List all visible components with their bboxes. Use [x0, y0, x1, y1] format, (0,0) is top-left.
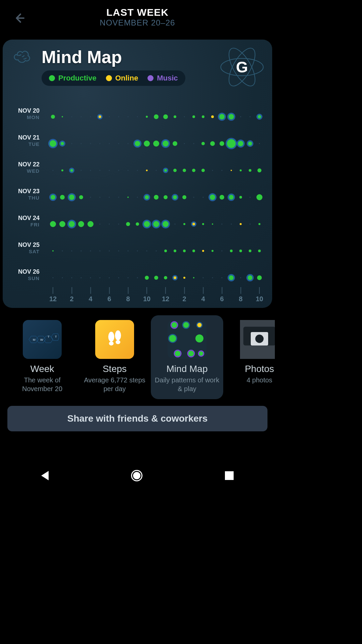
- nav-home-icon[interactable]: [131, 470, 142, 481]
- hour-dot: [184, 143, 185, 144]
- hour-dot: [137, 170, 138, 171]
- hour-dot: [212, 170, 213, 171]
- hour-dot: [109, 224, 110, 225]
- hour-dot: [240, 116, 241, 117]
- carousel-card-week[interactable]: MWTTWeekThe week of November 20: [6, 315, 78, 399]
- activity-bubble: [154, 114, 159, 119]
- hour-dot: [128, 170, 129, 171]
- activity-bubble: [144, 141, 150, 147]
- carousel[interactable]: MWTTWeekThe week of November 20StepsAver…: [0, 308, 275, 399]
- activity-bubble: [240, 169, 242, 171]
- activity-bubble: [229, 275, 234, 280]
- activity-bubble: [51, 115, 55, 119]
- carousel-card-photos[interactable]: Photos4 photos: [223, 315, 275, 399]
- row-track: [44, 130, 269, 157]
- carousel-thumb: [240, 320, 275, 359]
- share-button[interactable]: Share with friends & coworkers: [7, 406, 267, 431]
- nav-recent-icon[interactable]: [225, 471, 234, 480]
- activity-bubble: [249, 169, 251, 172]
- activity-bubble: [173, 141, 177, 146]
- activity-bubble: [220, 195, 224, 200]
- row-track: [44, 211, 269, 237]
- activity-bubble: [230, 250, 233, 252]
- x-tick: 12: [49, 287, 57, 303]
- hour-dot: [156, 170, 157, 171]
- row-dow: WED: [9, 168, 40, 174]
- activity-bubble: [183, 169, 186, 172]
- hour-dot: [118, 251, 119, 252]
- row-date: NOV 20: [9, 107, 40, 114]
- footsteps-icon: [105, 329, 125, 350]
- activity-bubble: [61, 169, 63, 171]
- activity-bubble: [146, 170, 148, 171]
- activity-bubble: [164, 276, 167, 279]
- x-tick-label: 12: [162, 295, 169, 303]
- carousel-subtitle: 4 photos: [245, 376, 274, 384]
- activity-bubble: [79, 195, 83, 199]
- row-date: NOV 23: [9, 188, 40, 195]
- hour-dot: [53, 170, 54, 171]
- activity-bubble: [174, 115, 176, 118]
- hour-dot: [146, 251, 147, 252]
- hour-dot: [100, 277, 101, 278]
- hour-dot: [100, 197, 101, 198]
- x-tick-label: 2: [70, 295, 73, 303]
- legend-dot: [49, 75, 55, 81]
- legend-label: Productive: [58, 74, 97, 83]
- x-tick: 8: [126, 287, 130, 303]
- nav-back-icon[interactable]: [41, 471, 49, 480]
- legend-item-music: Music: [147, 74, 178, 83]
- carousel-card-mindmap[interactable]: Mind MapDaily patterns of work & play: [151, 315, 223, 399]
- row-dow: FRI: [9, 222, 40, 227]
- svg-point-21: [188, 350, 194, 357]
- row-date: NOV 21: [9, 134, 40, 141]
- carousel-subtitle: The week of November 20: [8, 376, 76, 393]
- hour-dot: [100, 224, 101, 225]
- hour-dot: [240, 277, 241, 278]
- activity-bubble: [70, 169, 73, 172]
- hour-dot: [62, 277, 63, 278]
- row-label: NOV 20MON: [9, 107, 40, 120]
- x-axis: 1224681012246810: [44, 289, 269, 303]
- row-track: [44, 157, 269, 184]
- activity-bubble: [192, 169, 195, 172]
- activity-bubble: [174, 276, 176, 279]
- x-tick-label: 10: [143, 295, 150, 303]
- svg-text:W: W: [40, 338, 43, 341]
- activity-bubble: [99, 115, 101, 118]
- legend-item-productive: Productive: [49, 74, 97, 83]
- hour-dot: [71, 143, 72, 144]
- carousel-card-steps[interactable]: StepsAverage 6,772 steps per day: [78, 315, 151, 399]
- row-label: NOV 25SAT: [9, 241, 40, 254]
- activity-bubble: [136, 222, 139, 226]
- carousel-title: Photos: [245, 364, 274, 374]
- activity-bubble: [192, 223, 195, 225]
- x-tick-label: 2: [182, 295, 186, 303]
- x-tick-label: 10: [256, 295, 263, 303]
- back-button[interactable]: [11, 10, 27, 26]
- activity-bubble: [193, 277, 194, 278]
- activity-bubble: [87, 221, 94, 227]
- activity-bubble: [220, 141, 224, 146]
- share-label: Share with friends & coworkers: [67, 413, 208, 424]
- activity-bubble: [210, 195, 215, 200]
- chart-row: NOV 21TUE: [9, 130, 269, 157]
- hour-dot: [90, 277, 91, 278]
- hour-dot: [137, 116, 138, 117]
- activity-bubble: [69, 221, 75, 227]
- hour-dot: [81, 251, 82, 252]
- activity-bubble: [201, 169, 205, 172]
- header: LAST WEEK NOVEMBER 20–26: [0, 0, 275, 35]
- chart: NOV 20MONNOV 21TUENOV 22WEDNOV 23THUNOV …: [9, 103, 269, 303]
- hour-dot: [184, 116, 185, 117]
- row-track: [44, 184, 269, 211]
- hour-dot: [90, 170, 91, 171]
- atom-badge[interactable]: G: [218, 43, 266, 91]
- activity-bubble: [258, 250, 261, 252]
- activity-bubble: [248, 275, 252, 280]
- legend: ProductiveOnlineMusic: [42, 70, 185, 86]
- hour-dot: [128, 277, 129, 278]
- svg-point-17: [197, 322, 202, 328]
- x-tick: 10: [143, 287, 150, 303]
- legend-label: Music: [157, 74, 178, 83]
